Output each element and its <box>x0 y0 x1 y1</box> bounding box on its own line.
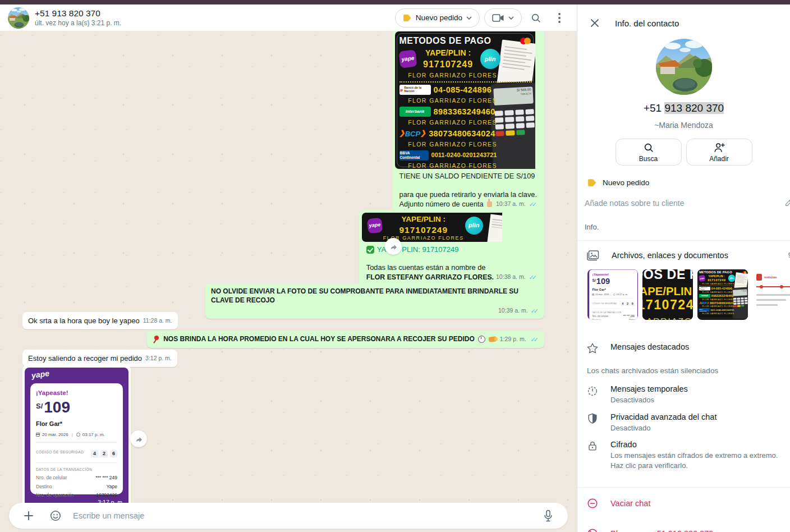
contact-avatar[interactable] <box>8 7 29 29</box>
attach-button[interactable] <box>19 506 38 525</box>
order-label-row[interactable]: Nuevo pedido <box>577 166 790 187</box>
order-status-button[interactable]: Nuevo pedido <box>395 8 480 27</box>
media-icon <box>586 249 600 262</box>
message-outgoing-reminder[interactable]: NO OLVIDE ENVIAR LA FOTO DE SU COMPROBAN… <box>205 283 544 319</box>
contact-name[interactable]: +51 913 820 370 <box>35 8 389 19</box>
banco-nacion-logo: »Banco de la Nación <box>399 85 431 95</box>
plin-logo: plin <box>728 274 736 282</box>
read-receipt-icon: ✓✓ <box>529 273 537 282</box>
read-receipt-icon: ✓✓ <box>531 336 539 344</box>
search-icon <box>643 142 654 153</box>
mic-button[interactable] <box>539 506 558 525</box>
bbva-logo: BBVA Continental <box>399 150 429 160</box>
star-icon <box>586 342 599 354</box>
disappearing-messages-row[interactable]: Mensajes temporales Desactivados <box>577 377 790 405</box>
message-outgoing-payment-methods[interactable]: S/ 565.00TARJETA METODOS DE PAGO yape <box>392 31 544 216</box>
message-text: FLOR ESTEFANY GARRIAZO FLORES. <box>366 273 494 282</box>
mastercard-icon <box>520 38 531 44</box>
composer: Escribe un mensaje <box>0 500 577 532</box>
forward-message-button[interactable] <box>130 430 147 447</box>
forward-message-button[interactable] <box>385 238 402 255</box>
message-input-pill[interactable]: Escribe un mensaje <box>9 503 568 529</box>
message-outgoing-pickup-time[interactable]: NOS BRINDA LA HORA PROMEDIO EN LA CUAL H… <box>147 331 544 348</box>
block-contact-button[interactable]: Bloquear a +51 913 820 370 <box>577 513 790 532</box>
customer-notes-field[interactable]: Añade notas sobre tu cliente <box>577 187 790 208</box>
message-text: Todas las cuentas están a nombre de <box>366 263 537 273</box>
media-thumbnail-payment-methods[interactable]: S/ 565.00TARJETA METODOS DE PAGO yape <box>697 269 748 320</box>
shield-icon <box>586 412 599 425</box>
contact-phone[interactable]: +51 913 820 370 <box>577 102 790 114</box>
media-thumbnail-yape-plin[interactable]: S/ 565.00TARJETA METODOS DE PAGO yape <box>642 269 693 320</box>
message-text: Ok srta a la hora que boy le yapeo <box>28 316 140 325</box>
message-text: NO OLVIDE ENVIAR LA FOTO DE SU COMPROBAN… <box>211 287 518 304</box>
message-incoming-leaving[interactable]: Estoy saliendo a recoger mi pedido 3:12 … <box>22 350 177 367</box>
search-contact-button[interactable]: Busca <box>616 139 682 166</box>
yape-app-icon: yape <box>398 49 417 68</box>
media-links-docs-row[interactable]: Archivos, enlaces y documentos 9 <box>577 241 790 267</box>
label-tag-icon <box>587 178 597 187</box>
banco-nacion-logo: »Banco de la Nación <box>699 287 710 290</box>
yape-plin-image[interactable]: yape YAPE/PLIN : 917107249 plin FLOR GAR… <box>362 213 541 242</box>
message-list[interactable]: S/ 565.00TARJETA METODOS DE PAGO yape <box>0 31 577 532</box>
plin-logo: plin <box>480 49 500 69</box>
video-camera-icon <box>492 13 504 22</box>
chat-header-actions: Nuevo pedido <box>395 8 569 27</box>
clock-icon <box>76 433 80 437</box>
bcp-logo: ❯BCP❯ <box>399 129 426 139</box>
video-call-button[interactable] <box>484 8 522 27</box>
media-thumbnail-receipt[interactable]: yape ¡Yapeaste! S/ 109 Flor Gar* 20 mar.… <box>587 269 638 320</box>
message-incoming-ok[interactable]: Ok srta a la hora que boy le yapeo 11:28… <box>22 312 178 329</box>
contact-header-meta[interactable]: +51 913 820 370 últ. vez hoy a la(s) 3:2… <box>35 8 389 27</box>
message-time: 10:37 a. m. <box>496 200 526 208</box>
last-seen-status: últ. vez hoy a la(s) 3:21 p. m. <box>35 19 389 27</box>
order-status-label: Nuevo pedido <box>416 13 462 22</box>
archived-note: Los chats archivados están silenciados <box>577 354 790 377</box>
account-owner: FLOR GARRIAZO FLORES <box>399 97 532 105</box>
info-section-label: Info. <box>577 208 790 231</box>
message-incoming-yape-receipt[interactable]: yape ¡Yapeaste! S/ 109 Flor Gar* 20 mar.… <box>22 365 131 511</box>
forward-arrow-icon <box>388 241 398 251</box>
yape-app-icon: yape <box>366 217 383 233</box>
account-owner: FLOR GARRIAZO FLORES <box>399 72 532 82</box>
starred-messages-row[interactable]: Mensajes destacados <box>577 329 790 354</box>
add-contact-button[interactable]: Añadir <box>686 139 752 166</box>
account-owner: FLOR GARRIAZO FLORES <box>642 315 693 320</box>
account-owner: FLOR GARRIAZO FLORES <box>699 282 747 286</box>
handshake-emoji <box>488 336 497 342</box>
chat-menu-button[interactable] <box>550 8 569 27</box>
security-code: 426 <box>89 447 117 457</box>
progress-line <box>756 286 790 287</box>
poster-receipt-paper <box>486 214 502 242</box>
contact-push-name: ~Maria Mendoza <box>577 121 790 130</box>
kebab-menu-icon <box>558 13 561 23</box>
media-thumbnail-news[interactable]: noticias <box>752 269 790 320</box>
contact-avatar-large[interactable] <box>656 39 712 95</box>
mastercard-icon <box>742 271 746 273</box>
encryption-row[interactable]: Cifrado Los mensajes están cifrados de e… <box>577 433 790 470</box>
close-icon <box>590 19 599 27</box>
message-input[interactable]: Escribe un mensaje <box>73 511 531 520</box>
account-owner: FLOR GARRIAZO FLORES <box>399 141 532 149</box>
payment-methods-image[interactable]: S/ 565.00TARJETA METODOS DE PAGO yape <box>395 31 541 169</box>
pushpin-emoji <box>153 336 160 343</box>
plus-icon <box>23 510 34 521</box>
message-time: 11:28 a. m. <box>143 317 172 325</box>
message-text: Adjunto número de cuenta <box>399 200 484 209</box>
calendar-icon <box>36 433 40 437</box>
advanced-privacy-row[interactable]: Privacidad avanzada del chat Desactivado <box>577 405 790 433</box>
chevron-down-icon <box>508 16 514 20</box>
close-panel-button[interactable] <box>588 16 601 30</box>
interbank-logo: interbank <box>399 107 431 117</box>
message-time: 1:29 p. m. <box>500 336 526 343</box>
check-mark-emoji <box>366 246 374 254</box>
person-add-icon <box>713 142 725 153</box>
smiley-icon <box>49 510 62 522</box>
chevron-down-icon <box>466 16 472 20</box>
window-top-strip <box>0 0 790 4</box>
clear-chat-button[interactable]: Vaciar chat <box>577 488 790 513</box>
account-owner: FLOR GARRIAZO FLORES <box>370 235 477 242</box>
chat-header: +51 913 820 370 últ. vez hoy a la(s) 3:2… <box>0 4 577 31</box>
selected-phone-text: 913 820 370 <box>664 102 724 114</box>
search-in-chat-button[interactable] <box>526 8 545 27</box>
emoji-button[interactable] <box>46 506 65 525</box>
